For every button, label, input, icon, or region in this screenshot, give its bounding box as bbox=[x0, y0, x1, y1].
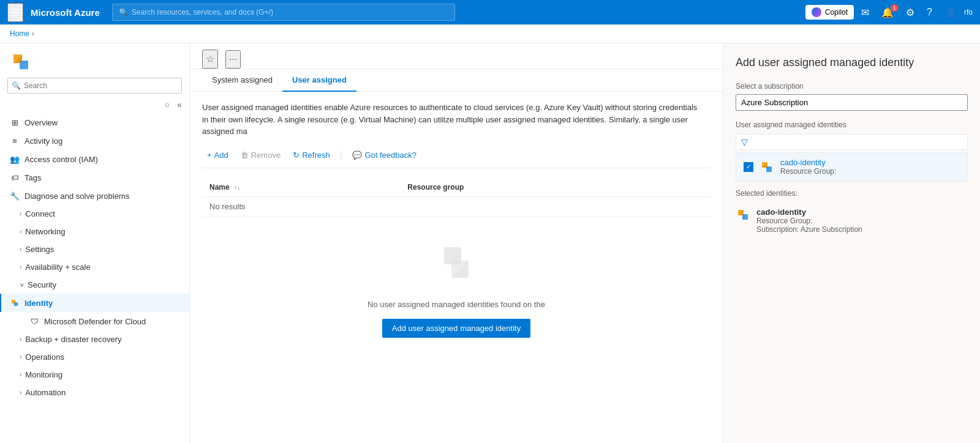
notification-bell-button[interactable]: 🔔 1 bbox=[876, 4, 899, 21]
copilot-button[interactable]: Copilot bbox=[805, 5, 854, 20]
subscription-input[interactable] bbox=[736, 94, 968, 111]
identities-section-label: User assigned managed identities bbox=[736, 121, 968, 129]
identity-list-item[interactable]: ✓ cado-identity Resource Group: bbox=[736, 153, 967, 181]
sidebar-settings-button[interactable]: ○ bbox=[162, 99, 172, 111]
sidebar-item-diagnose[interactable]: 🔧 Diagnose and solve problems bbox=[0, 187, 189, 205]
filter-bar: ▽ bbox=[736, 134, 968, 150]
add-user-assigned-identity-button[interactable]: Add user assigned managed identity bbox=[382, 319, 530, 338]
sidebar-item-settings[interactable]: › Settings bbox=[0, 240, 189, 258]
settings-chevron-icon: › bbox=[20, 246, 21, 253]
sidebar-item-iam-label: Access control (IAM) bbox=[24, 155, 98, 164]
action-separator: | bbox=[340, 149, 343, 162]
help-icon-button[interactable]: ? bbox=[922, 4, 937, 20]
backup-chevron-icon: › bbox=[20, 336, 21, 343]
security-chevron-icon: ∨ bbox=[20, 281, 24, 288]
empty-state-text: No user assigned managed identities foun… bbox=[368, 300, 545, 309]
remove-label: Remove bbox=[251, 151, 281, 160]
no-results-text: No results bbox=[202, 196, 710, 216]
sidebar-item-connect-label: Connect bbox=[25, 209, 55, 218]
sidebar-collapse-button[interactable]: « bbox=[175, 99, 184, 111]
sidebar-nav: ⊞ Overview ≡ Activity log 👥 Access contr… bbox=[0, 113, 189, 443]
add-button[interactable]: + Add bbox=[202, 147, 233, 163]
brand-logo: Microsoft Azure bbox=[31, 7, 100, 18]
feedback-icon-button[interactable]: 👤 bbox=[940, 4, 962, 21]
operations-chevron-icon: › bbox=[20, 354, 21, 360]
add-label: Add bbox=[214, 151, 228, 160]
breadcrumb-separator: › bbox=[32, 29, 34, 38]
sidebar-item-connect[interactable]: › Connect bbox=[0, 205, 189, 223]
top-navigation: ☰ Microsoft Azure 🔍 Search resources, se… bbox=[0, 0, 980, 24]
favorite-star-button[interactable]: ☆ bbox=[202, 50, 218, 69]
breadcrumb-home-link[interactable]: Home bbox=[10, 29, 29, 38]
sidebar-item-defender[interactable]: 🛡 Microsoft Defender for Cloud bbox=[0, 312, 189, 330]
sidebar-item-tags[interactable]: 🏷 Tags bbox=[0, 168, 189, 187]
content-description: User assigned managed identities enable … bbox=[202, 102, 704, 138]
selected-identity-subscription: Subscription: Azure Subscription bbox=[756, 225, 862, 234]
sidebar-item-iam[interactable]: 👥 Access control (IAM) bbox=[0, 150, 189, 168]
main-content: ☆ ··· System assigned User assigned User… bbox=[190, 43, 723, 443]
empty-state-icon bbox=[432, 241, 481, 290]
iam-icon: 👥 bbox=[10, 154, 20, 164]
availability-chevron-icon: › bbox=[20, 264, 21, 270]
sidebar-item-backup[interactable]: › Backup + disaster recovery bbox=[0, 330, 189, 348]
identity-checkbox[interactable]: ✓ bbox=[744, 162, 753, 172]
sidebar-item-identity[interactable]: Identity bbox=[0, 294, 189, 312]
global-search-bar[interactable]: 🔍 Search resources, services, and docs (… bbox=[112, 4, 455, 21]
selected-identity-details: cado-identity Resource Group: Subscripti… bbox=[756, 207, 862, 234]
feedback-button[interactable]: 💬 Got feedback? bbox=[347, 147, 421, 163]
name-sort-icon[interactable]: ↑↓ bbox=[234, 184, 240, 191]
sidebar-item-backup-label: Backup + disaster recovery bbox=[25, 335, 121, 344]
sidebar-item-operations[interactable]: › Operations bbox=[0, 348, 189, 366]
notification-badge: 1 bbox=[891, 4, 899, 12]
empty-state: No user assigned managed identities foun… bbox=[202, 217, 710, 362]
resource-icon bbox=[10, 51, 32, 73]
defender-icon: 🛡 bbox=[29, 316, 39, 326]
overview-icon: ⊞ bbox=[10, 117, 20, 127]
tags-icon: 🏷 bbox=[10, 173, 20, 182]
sidebar-item-activity-log[interactable]: ≡ Activity log bbox=[0, 132, 189, 150]
selected-identity-item: cado-identity Resource Group: Subscripti… bbox=[736, 203, 968, 239]
activity-log-icon: ≡ bbox=[10, 136, 20, 146]
content-toolbar: ☆ ··· bbox=[190, 43, 723, 69]
sidebar-header bbox=[0, 43, 189, 78]
sidebar-item-monitoring[interactable]: › Monitoring bbox=[0, 366, 189, 384]
selected-identity-icon bbox=[736, 207, 750, 222]
breadcrumb: Home › bbox=[0, 24, 980, 43]
feedback-label: Got feedback? bbox=[364, 151, 417, 160]
sidebar-controls: ○ « bbox=[0, 99, 189, 113]
more-options-button[interactable]: ··· bbox=[225, 50, 241, 69]
refresh-button[interactable]: ↻ Refresh bbox=[288, 147, 335, 163]
email-icon-button[interactable]: ✉ bbox=[856, 4, 874, 21]
sidebar-item-settings-label: Settings bbox=[25, 245, 54, 254]
hamburger-menu-button[interactable]: ☰ bbox=[7, 3, 23, 22]
sidebar-item-networking-label: Networking bbox=[25, 227, 65, 236]
user-avatar: rfo bbox=[964, 8, 973, 17]
sidebar-item-networking[interactable]: › Networking bbox=[0, 223, 189, 240]
sidebar-section-security[interactable]: ∨ Security bbox=[0, 276, 189, 294]
sidebar-item-defender-label: Microsoft Defender for Cloud bbox=[44, 317, 146, 326]
search-icon: 🔍 bbox=[119, 8, 128, 17]
sidebar-item-identity-label: Identity bbox=[24, 299, 53, 308]
sidebar-item-overview[interactable]: ⊞ Overview bbox=[0, 113, 189, 132]
sidebar-search-input[interactable] bbox=[7, 78, 182, 94]
copilot-label: Copilot bbox=[825, 8, 848, 17]
tab-system-assigned[interactable]: System assigned bbox=[202, 69, 282, 92]
sidebar-item-availability[interactable]: › Availability + scale bbox=[0, 258, 189, 276]
remove-icon: 🗑 bbox=[241, 151, 249, 160]
right-panel: Add user assigned managed identity Selec… bbox=[723, 43, 980, 443]
sidebar-item-automation[interactable]: › Automation bbox=[0, 384, 189, 401]
settings-icon-button[interactable]: ⚙ bbox=[901, 4, 919, 21]
remove-button[interactable]: 🗑 Remove bbox=[236, 147, 285, 163]
topnav-right-controls: Copilot ✉ 🔔 1 ⚙ ? 👤 rfo bbox=[805, 4, 973, 21]
panel-title: Add user assigned managed identity bbox=[736, 56, 968, 70]
selected-identity-rg: Resource Group: bbox=[756, 217, 862, 225]
tab-user-assigned[interactable]: User assigned bbox=[282, 69, 356, 92]
table-header-resource-group: Resource group bbox=[400, 178, 710, 197]
refresh-icon: ↻ bbox=[293, 151, 300, 160]
sidebar-item-availability-label: Availability + scale bbox=[25, 262, 90, 272]
sidebar-item-tags-label: Tags bbox=[24, 173, 41, 182]
sidebar-item-operations-label: Operations bbox=[25, 352, 64, 362]
diagnose-icon: 🔧 bbox=[10, 191, 20, 201]
automation-chevron-icon: › bbox=[20, 389, 21, 396]
connect-chevron-icon: › bbox=[20, 210, 21, 217]
